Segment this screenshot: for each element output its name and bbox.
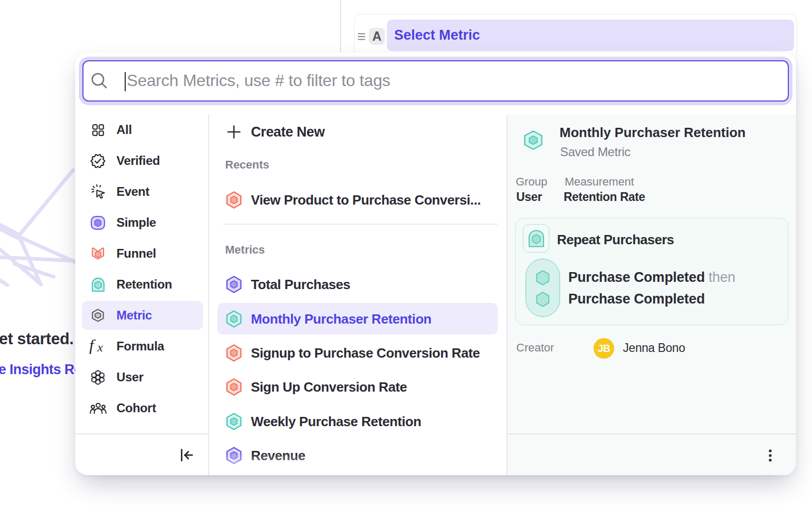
- svg-text:x: x: [97, 341, 103, 354]
- svg-text:f: f: [89, 339, 96, 354]
